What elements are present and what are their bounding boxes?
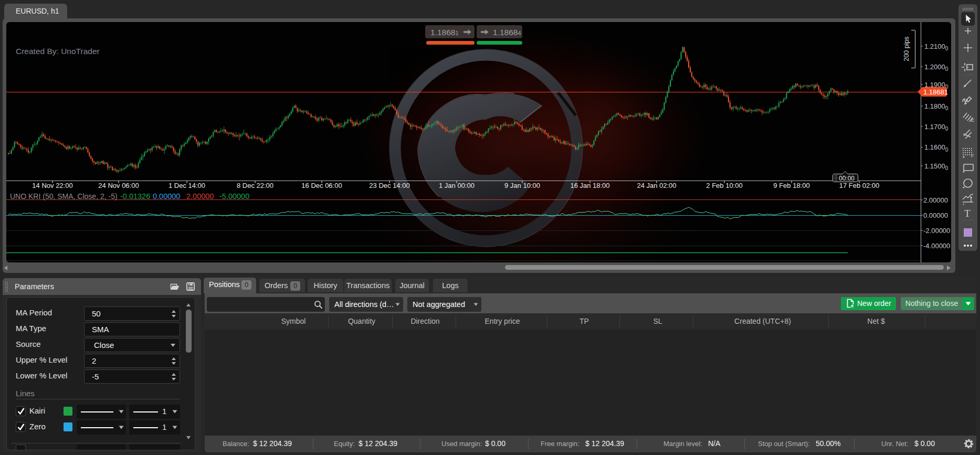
svg-text:24 Jan 02:00: 24 Jan 02:00 [637, 182, 676, 189]
svg-text:1.16000: 1.16000 [924, 143, 949, 153]
svg-text:Created By: UnoTrader: Created By: UnoTrader [16, 47, 100, 56]
svg-text:1.21000: 1.21000 [924, 43, 949, 52]
svg-text:0.00000: 0.00000 [153, 192, 180, 200]
svg-text:9 Feb 18:00: 9 Feb 18:00 [773, 182, 809, 189]
svg-text:14 Nov 22:00: 14 Nov 22:00 [32, 182, 72, 189]
svg-text:1.20000: 1.20000 [924, 63, 949, 72]
svg-text:23 Dec 14:00: 23 Dec 14:00 [369, 182, 409, 189]
svg-text:00:00: 00:00 [839, 175, 855, 182]
svg-text:200 pips: 200 pips [903, 36, 910, 61]
svg-text:-2.00000: -2.00000 [923, 227, 950, 235]
svg-text:-0.01326: -0.01326 [120, 192, 150, 200]
svg-text:2.00000: 2.00000 [923, 196, 948, 204]
svg-text:16 Dec 06:00: 16 Dec 06:00 [301, 182, 342, 189]
svg-text:1 Dec 14:00: 1 Dec 14:00 [168, 182, 205, 189]
svg-text:T: T [964, 208, 971, 219]
svg-text:-5.00000: -5.00000 [219, 192, 249, 200]
svg-text:1.17000: 1.17000 [924, 123, 949, 132]
svg-text:2 Feb 10:00: 2 Feb 10:00 [706, 182, 742, 189]
svg-text:16 Jan 18:00: 16 Jan 18:00 [570, 182, 609, 189]
svg-text:9 Jan 10:00: 9 Jan 10:00 [504, 182, 540, 189]
svg-text:1.18681: 1.18681 [923, 88, 948, 96]
svg-text:F: F [971, 153, 974, 158]
svg-text:1.18000: 1.18000 [924, 102, 949, 112]
svg-text:0.00000: 0.00000 [923, 211, 948, 219]
svg-text:17 Feb 02:00: 17 Feb 02:00 [839, 182, 880, 189]
svg-text:1 Jan 00:00: 1 Jan 00:00 [439, 182, 475, 189]
svg-text:UNO KRI (50, SMA, Close, 2, -5: UNO KRI (50, SMA, Close, 2, -5) [10, 192, 118, 200]
svg-text:24 Nov 06:00: 24 Nov 06:00 [98, 182, 139, 189]
svg-text:-4.00000: -4.00000 [923, 242, 950, 250]
svg-text:E: E [971, 118, 974, 123]
svg-text:1.15000: 1.15000 [924, 162, 949, 172]
svg-text:8 Dec 22:00: 8 Dec 22:00 [237, 182, 273, 189]
svg-text:2.00000: 2.00000 [186, 192, 214, 200]
